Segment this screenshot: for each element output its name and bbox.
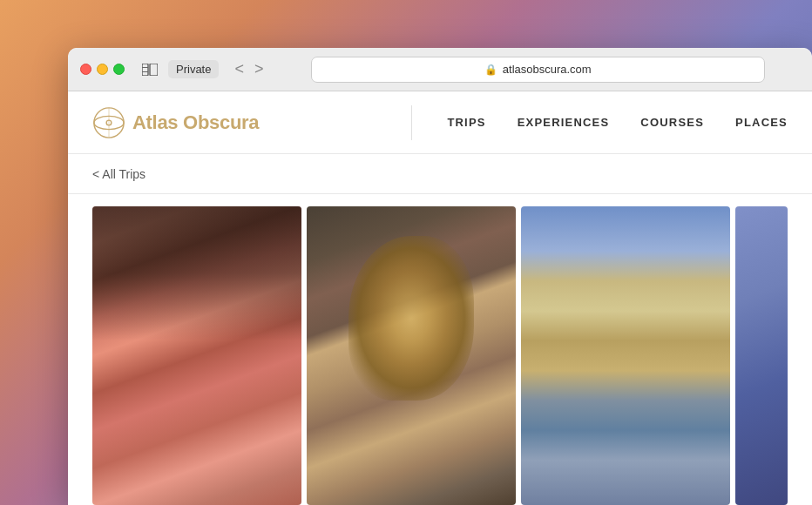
- nav-places[interactable]: PLACES: [735, 116, 788, 129]
- grid-image-palace[interactable]: [92, 206, 301, 505]
- grid-image-leopard[interactable]: [307, 206, 516, 505]
- back-button[interactable]: <: [231, 58, 247, 80]
- maximize-button[interactable]: [113, 64, 125, 75]
- close-button[interactable]: [80, 64, 91, 75]
- svg-rect-0: [142, 64, 148, 76]
- nav-courses[interactable]: COURSES: [640, 116, 704, 129]
- nav-trips[interactable]: TRIPS: [447, 116, 485, 129]
- image-grid: [68, 194, 812, 505]
- breadcrumb-bar: < All Trips: [68, 154, 812, 194]
- forward-button[interactable]: >: [251, 58, 267, 80]
- grid-image-partial[interactable]: [735, 206, 788, 505]
- minimize-button[interactable]: [97, 64, 108, 75]
- private-label: Private: [176, 63, 211, 76]
- address-bar[interactable]: 🔒 atlasobscura.com: [311, 57, 766, 83]
- browser-window: Private < > 🔒 atlasobscura.com Atlas Obs…: [68, 48, 812, 505]
- udaipur-image: [521, 206, 730, 505]
- logo-text: Atlas Obscura: [132, 111, 259, 134]
- site-logo[interactable]: Atlas Obscura: [92, 106, 259, 139]
- traffic-lights: [80, 64, 125, 75]
- sidebar-toggle-button[interactable]: [142, 64, 158, 76]
- logo-icon: [92, 106, 125, 139]
- browser-titlebar: Private < > 🔒 atlasobscura.com: [68, 48, 812, 91]
- browser-nav-buttons: < >: [231, 58, 267, 80]
- svg-rect-1: [150, 64, 158, 76]
- url-display: atlasobscura.com: [503, 63, 592, 76]
- site-navbar: Atlas Obscura TRIPS EXPERIENCES COURSES …: [68, 91, 812, 154]
- palace-image: [92, 206, 301, 505]
- partial-image: [735, 206, 788, 505]
- nav-divider: [411, 105, 412, 140]
- breadcrumb-all-trips[interactable]: < All Trips: [92, 167, 145, 181]
- nav-experiences[interactable]: EXPERIENCES: [518, 116, 610, 129]
- website-content: Atlas Obscura TRIPS EXPERIENCES COURSES …: [68, 91, 812, 505]
- site-navigation: TRIPS EXPERIENCES COURSES PLACES: [447, 116, 788, 129]
- lock-icon: 🔒: [484, 64, 497, 76]
- leopard-image: [307, 206, 516, 505]
- grid-image-udaipur[interactable]: [521, 206, 730, 505]
- private-mode-badge: Private: [168, 60, 219, 78]
